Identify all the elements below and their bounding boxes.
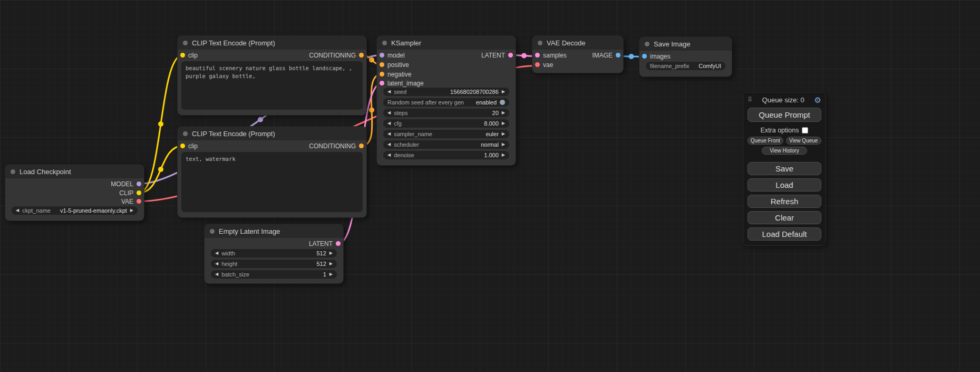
view-history-button[interactable]: View History	[762, 147, 807, 155]
decrement-arrow-icon[interactable]: ◀	[215, 262, 218, 266]
slot-dot-latent-icon[interactable]	[380, 81, 384, 85]
slot-dot-clip-icon[interactable]	[180, 144, 185, 148]
increment-arrow-icon[interactable]: ▶	[502, 142, 505, 147]
input-slot-clip[interactable]: clip	[180, 51, 198, 60]
widget-scheduler[interactable]: ◀ scheduler normal ▶	[383, 140, 509, 149]
node-empty-latent-image[interactable]: Empty Latent Image LATENT ◀ width 512 ▶ …	[205, 224, 343, 283]
decrement-arrow-icon[interactable]: ◀	[387, 90, 391, 94]
refresh-button[interactable]: Refresh	[748, 195, 821, 208]
increment-arrow-icon[interactable]: ▶	[329, 272, 333, 276]
increment-arrow-icon[interactable]: ▶	[329, 262, 333, 266]
input-slot-vae[interactable]: vae	[535, 60, 553, 69]
input-slot-negative[interactable]: negative	[380, 70, 411, 79]
settings-gear-icon[interactable]: ⚙	[814, 96, 821, 104]
extra-options-checkbox[interactable]	[802, 127, 808, 133]
slot-dot-conditioning-icon[interactable]	[359, 144, 364, 148]
output-slot-conditioning[interactable]: CONDITIONING	[309, 51, 364, 60]
node-load-checkpoint[interactable]: Load Checkpoint MODEL CLIP VAE ◀ ckpt_na…	[5, 165, 144, 221]
slot-dot-conditioning-icon[interactable]	[359, 53, 364, 58]
drag-handle-icon[interactable]: ⠿	[748, 96, 752, 103]
output-slot-vae[interactable]: VAE	[121, 197, 141, 206]
collapse-dot-icon[interactable]	[210, 229, 215, 234]
output-slot-latent[interactable]: LATENT	[481, 51, 513, 60]
slot-dot-clip-icon[interactable]	[180, 53, 185, 58]
node-title-bar[interactable]: VAE Decode	[532, 36, 623, 50]
widget-width[interactable]: ◀ width 512 ▶	[211, 249, 337, 257]
node-clip-text-encode-negative[interactable]: CLIP Text Encode (Prompt) clip CONDITION…	[178, 127, 366, 217]
node-title-bar[interactable]: Empty Latent Image	[205, 224, 343, 238]
node-save-image[interactable]: Save Image images filename_prefix ComfyU…	[639, 37, 732, 77]
slot-dot-model-icon[interactable]	[137, 182, 141, 186]
load-button[interactable]: Load	[748, 178, 821, 192]
queue-prompt-button[interactable]: Queue Prompt	[748, 108, 821, 122]
output-slot-clip[interactable]: CLIP	[119, 188, 141, 197]
node-title-bar[interactable]: Load Checkpoint	[5, 165, 144, 178]
slot-dot-conditioning-icon[interactable]	[380, 62, 384, 67]
widget-ckpt-name[interactable]: ◀ ckpt_name v1-5-pruned-emaonly.ckpt ▶	[12, 206, 138, 215]
clear-button[interactable]: Clear	[748, 211, 821, 224]
collapse-dot-icon[interactable]	[382, 41, 387, 45]
node-title-bar[interactable]: CLIP Text Encode (Prompt)	[178, 127, 366, 140]
increment-arrow-icon[interactable]: ▶	[130, 208, 133, 213]
slot-dot-model-icon[interactable]	[380, 53, 384, 58]
widget-filename-prefix[interactable]: filename_prefix ComfyUI	[646, 62, 725, 70]
widget-batch-size[interactable]: ◀ batch_size 1 ▶	[211, 270, 337, 279]
node-ksampler[interactable]: KSampler model positive negative latent_…	[377, 36, 516, 165]
slot-dot-image-icon[interactable]	[642, 54, 647, 59]
increment-arrow-icon[interactable]: ▶	[502, 132, 505, 136]
decrement-arrow-icon[interactable]: ◀	[387, 111, 391, 115]
node-title-bar[interactable]: KSampler	[377, 36, 516, 50]
widget-sampler-name[interactable]: ◀ sampler_name euler ▶	[383, 130, 509, 138]
decrement-arrow-icon[interactable]: ◀	[387, 121, 391, 126]
collapse-dot-icon[interactable]	[11, 169, 15, 174]
slot-dot-latent-icon[interactable]	[508, 53, 513, 58]
node-clip-text-encode-positive[interactable]: CLIP Text Encode (Prompt) clip CONDITION…	[178, 36, 366, 115]
increment-arrow-icon[interactable]: ▶	[502, 153, 505, 157]
node-title-bar[interactable]: CLIP Text Encode (Prompt)	[178, 36, 366, 50]
increment-arrow-icon[interactable]: ▶	[502, 90, 505, 94]
slot-dot-vae-icon[interactable]	[535, 62, 540, 67]
collapse-dot-icon[interactable]	[538, 41, 542, 45]
collapse-dot-icon[interactable]	[183, 41, 188, 45]
input-slot-positive[interactable]: positive	[380, 60, 409, 69]
increment-arrow-icon[interactable]: ▶	[329, 251, 333, 255]
output-slot-image[interactable]: IMAGE	[592, 51, 620, 60]
slot-dot-conditioning-icon[interactable]	[380, 72, 384, 77]
widget-random-seed-toggle[interactable]: Random seed after every gen enabled	[383, 98, 509, 107]
queue-front-button[interactable]: Queue Front	[748, 137, 783, 145]
load-default-button[interactable]: Load Default	[748, 227, 821, 241]
input-slot-clip[interactable]: clip	[180, 141, 198, 150]
slot-dot-latent-icon[interactable]	[336, 241, 341, 246]
collapse-dot-icon[interactable]	[645, 42, 649, 46]
decrement-arrow-icon[interactable]: ◀	[387, 153, 391, 157]
slot-dot-latent-icon[interactable]	[535, 53, 540, 58]
slot-dot-clip-icon[interactable]	[137, 190, 141, 195]
slot-dot-vae-icon[interactable]	[137, 199, 141, 204]
widget-denoise[interactable]: ◀ denoise 1.000 ▶	[383, 151, 509, 159]
node-title-bar[interactable]: Save Image	[639, 37, 732, 51]
widget-height[interactable]: ◀ height 512 ▶	[211, 260, 337, 268]
widget-steps[interactable]: ◀ steps 20 ▶	[383, 109, 509, 117]
node-graph-canvas[interactable]: Load Checkpoint MODEL CLIP VAE ◀ ckpt_na…	[0, 0, 980, 372]
collapse-dot-icon[interactable]	[183, 131, 188, 136]
widget-seed[interactable]: ◀ seed 156680208700286 ▶	[383, 88, 509, 96]
negative-prompt-textarea[interactable]: text, watermark	[181, 152, 363, 212]
input-slot-latent-image[interactable]: latent_image	[380, 79, 424, 88]
view-queue-button[interactable]: View Queue	[786, 137, 822, 145]
increment-arrow-icon[interactable]: ▶	[502, 121, 505, 126]
increment-arrow-icon[interactable]: ▶	[502, 111, 505, 115]
save-button[interactable]: Save	[748, 162, 821, 175]
input-slot-model[interactable]: model	[380, 51, 405, 60]
node-vae-decode[interactable]: VAE Decode samples vae IMAGE	[532, 36, 623, 73]
decrement-arrow-icon[interactable]: ◀	[16, 208, 19, 213]
output-slot-model[interactable]: MODEL	[111, 179, 141, 188]
slot-dot-image-icon[interactable]	[616, 53, 620, 58]
output-slot-latent[interactable]: LATENT	[309, 239, 341, 248]
decrement-arrow-icon[interactable]: ◀	[387, 132, 391, 136]
output-slot-conditioning[interactable]: CONDITIONING	[309, 141, 364, 150]
input-slot-images[interactable]: images	[642, 52, 671, 61]
decrement-arrow-icon[interactable]: ◀	[215, 251, 218, 255]
positive-prompt-textarea[interactable]: beautiful scenery nature glass bottle la…	[181, 61, 363, 110]
toggle-dot-icon[interactable]	[500, 100, 505, 105]
input-slot-samples[interactable]: samples	[535, 51, 567, 60]
